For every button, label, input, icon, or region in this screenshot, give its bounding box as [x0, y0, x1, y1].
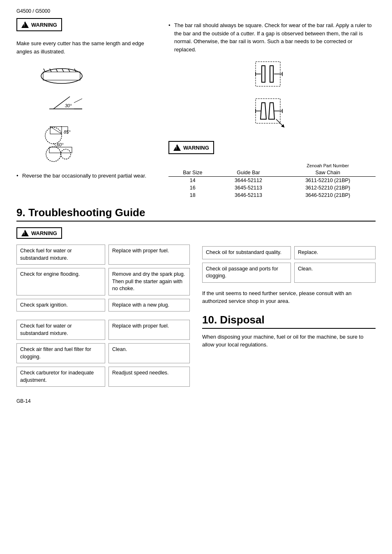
svg-marker-32	[261, 103, 266, 119]
ts-row: Check oil for substandard quality.Replac…	[202, 246, 376, 259]
svg-line-2	[44, 69, 45, 72]
warning-ts-label: WARNING	[31, 230, 57, 236]
ts-cause: Check oil passage and ports for clogging…	[202, 263, 291, 283]
table-row: 183646-521133646-52210 (21BP)	[168, 192, 376, 199]
troubleshooting-title: 9. Troubleshooting Guide	[16, 206, 376, 222]
warning-ts-left: WARNING	[16, 227, 62, 239]
svg-point-19	[46, 147, 61, 162]
bar-rail-diagram	[168, 58, 376, 133]
col2-header-space	[217, 162, 280, 169]
svg-text:85°: 85°	[64, 129, 71, 134]
troubleshooting-left: WARNING Check fuel for water or substand…	[16, 227, 190, 390]
warning-label-right: WARNING	[183, 145, 209, 151]
bullet-left: Reverse the bar occasionally to prevent …	[16, 172, 156, 180]
svg-text:30°: 30°	[65, 103, 72, 108]
warning-box-right: WARNING	[168, 141, 214, 154]
ts-row: Check spark ignition.Replace with a new …	[16, 299, 190, 312]
col3-header-top: Zenoah Part Number	[280, 162, 376, 169]
ts-remedy: Clean.	[294, 263, 376, 283]
warning-triangle-ts-icon	[21, 230, 29, 236]
col2-header: Guide Bar	[217, 169, 280, 177]
ts-cause: Check carburetor for inadequate adjustme…	[16, 367, 105, 387]
warning-triangle-icon	[21, 21, 29, 28]
ts-cause: Check for engine flooding.	[16, 268, 105, 295]
ts-right-groups: Check oil for substandard quality.Replac…	[202, 246, 376, 283]
col1-header-space	[168, 162, 217, 169]
warning-box-left: WARNING	[16, 18, 62, 31]
troubleshooting-main: WARNING Check fuel for water or substand…	[16, 227, 376, 390]
svg-point-0	[41, 69, 82, 83]
top-section: WARNING Make sure every cutter has the s…	[16, 18, 376, 199]
ts-left-group-1: Check fuel for water or substandard mixt…	[16, 245, 190, 312]
top-right-col: The bar rail should always be square. Ch…	[168, 18, 376, 199]
table-row: 143644-521123611-52210 (21BP)	[168, 177, 376, 185]
svg-point-13	[45, 127, 62, 144]
ts-remedy: Replace with a new plug.	[108, 299, 190, 312]
disposal-section: 10. Disposal When disposing your machine…	[202, 314, 376, 349]
ts-remedy: Clean.	[108, 343, 190, 363]
ts-row: Check fuel for water or substandard mixt…	[16, 245, 190, 265]
svg-rect-1	[43, 72, 80, 80]
ts-row: Check for engine flooding.Remove and dry…	[16, 268, 190, 295]
svg-point-20	[61, 149, 71, 159]
ts-remedy: Replace with proper fuel.	[108, 320, 190, 340]
svg-rect-25	[262, 66, 265, 82]
svg-text:60°: 60°	[57, 142, 64, 147]
svg-rect-26	[270, 66, 273, 82]
col1-header: Bar Size	[168, 169, 217, 177]
top-left-col: WARNING Make sure every cutter has the s…	[16, 18, 156, 199]
svg-line-11	[74, 99, 82, 103]
ts-row: Check fuel for water or substandard mixt…	[16, 320, 190, 340]
ts-cause: Check spark ignition.	[16, 299, 105, 312]
page-number: GB-14	[16, 398, 376, 404]
ts-row: Check oil passage and ports for clogging…	[202, 263, 376, 283]
table-row: 163645-521133612-52210 (21BP)	[168, 184, 376, 192]
parts-table: Zenoah Part Number Bar Size Guide Bar Sa…	[168, 162, 376, 199]
ts-row: Check air filter and fuel filter for clo…	[16, 343, 190, 363]
ts-cause: Check fuel for water or substandard mixt…	[16, 320, 105, 340]
ts-cause: Check oil for substandard quality.	[202, 246, 291, 259]
troubleshooting-right: Check oil for substandard quality.Replac…	[202, 227, 376, 390]
ts-cause: Check air filter and fuel filter for clo…	[16, 343, 105, 363]
ts-remedy: Readjust speed needles.	[108, 367, 190, 387]
ts-remedy: Replace with proper fuel.	[108, 245, 190, 265]
svg-line-3	[50, 69, 51, 72]
warning-label-left: WARNING	[31, 22, 57, 28]
ts-row: Check carburetor for inadequate adjustme…	[16, 367, 190, 387]
svg-line-5	[62, 69, 64, 72]
page-header: G4500 / G5000	[16, 8, 376, 14]
service-note: If the unit seems to need further servic…	[202, 289, 376, 305]
model-label: G4500 / G5000	[16, 8, 50, 14]
ts-left-group-2: Check fuel for water or substandard mixt…	[16, 320, 190, 387]
col3-header: Saw Chain	[280, 169, 376, 177]
ts-remedy: Remove and dry the spark plug. Then pull…	[108, 268, 190, 295]
disposal-title: 10. Disposal	[202, 314, 376, 329]
ts-cause: Check fuel for water or substandard mixt…	[16, 245, 105, 265]
svg-marker-33	[269, 103, 274, 119]
disposal-text: When disposing your machine, fuel or oil…	[202, 333, 376, 349]
ts-remedy: Replace.	[294, 246, 376, 259]
bullet-right: The bar rail should always be square. Ch…	[168, 21, 376, 53]
right-spacer-top	[202, 227, 376, 246]
left-description: Make sure every cutter has the same leng…	[16, 39, 156, 55]
warning-triangle-right-icon	[173, 144, 181, 151]
chainsaw-diagram: 30° 85°	[16, 60, 156, 168]
